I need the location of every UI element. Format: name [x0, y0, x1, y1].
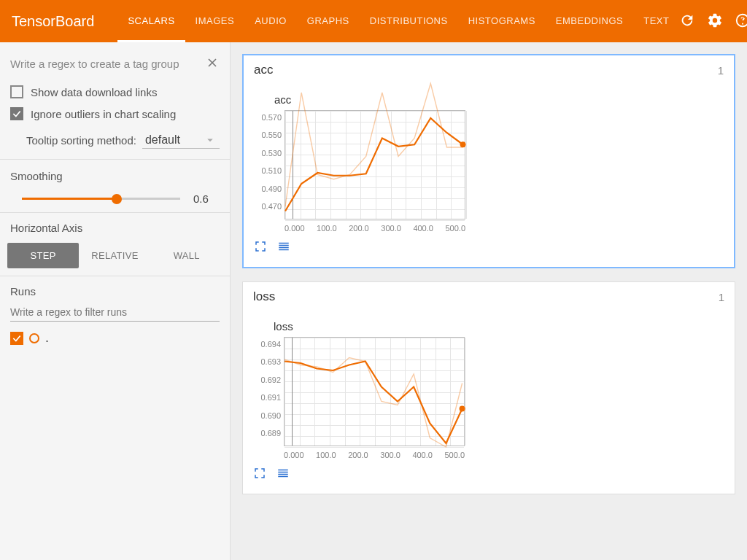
tab-graphs[interactable]: GRAPHS — [297, 0, 360, 42]
plot-area[interactable] — [285, 110, 465, 219]
tab-audio[interactable]: AUDIO — [244, 0, 297, 42]
haxis-wall-button[interactable]: WALL — [151, 243, 222, 268]
expand-icon[interactable] — [254, 240, 267, 255]
svg-rect-4 — [279, 249, 289, 251]
svg-point-0 — [460, 141, 466, 147]
clear-tag-group-icon[interactable] — [205, 55, 220, 72]
refresh-icon[interactable] — [679, 12, 695, 31]
svg-rect-9 — [278, 476, 288, 478]
tab-scalars[interactable]: SCALARS — [117, 0, 185, 42]
show-download-links-checkbox[interactable]: Show data download links — [7, 81, 222, 103]
tag-name: loss — [253, 289, 275, 304]
checkbox-icon — [10, 332, 23, 345]
list-icon[interactable] — [277, 240, 290, 255]
checkbox-icon — [10, 85, 23, 98]
runs-filter-input[interactable] — [10, 303, 220, 322]
top-tabs: SCALARSIMAGESAUDIOGRAPHSDISTRIBUTIONSHIS… — [117, 0, 679, 42]
plot-area[interactable] — [284, 337, 465, 446]
settings-icon[interactable] — [707, 12, 723, 31]
tag-name: acc — [254, 63, 273, 77]
svg-rect-6 — [278, 470, 288, 471]
svg-rect-8 — [278, 474, 288, 475]
expand-icon[interactable] — [253, 467, 266, 482]
topbar: TensorBoard SCALARSIMAGESAUDIOGRAPHSDIST… — [0, 0, 747, 42]
horizontal-axis-label: Horizontal Axis — [7, 220, 222, 243]
x-axis: 0.000100.0200.0300.0400.0500.0 — [285, 219, 465, 233]
tag-card-loss: loss 1 loss 0.6940.6930.6920.6910.6900.6… — [242, 281, 735, 494]
chevron-down-icon — [204, 133, 217, 147]
haxis-step-button[interactable]: STEP — [7, 243, 79, 268]
svg-rect-3 — [279, 247, 289, 249]
tag-group-input-placeholder[interactable]: Write a regex to create a tag group — [10, 58, 199, 70]
chart-title: loss — [274, 320, 724, 332]
runs-label: Runs — [7, 284, 222, 303]
checkbox-label: Ignore outliers in chart scaling — [31, 108, 176, 120]
run-color-swatch — [29, 333, 39, 343]
tag-header[interactable]: loss 1 — [243, 282, 735, 311]
svg-point-5 — [460, 406, 465, 412]
help-icon[interactable] — [735, 12, 747, 31]
smoothing-value: 0.6 — [193, 192, 220, 205]
list-icon[interactable] — [276, 467, 290, 482]
logo: TensorBoard — [12, 13, 94, 30]
tag-header[interactable]: acc 1 — [244, 55, 734, 85]
tab-embeddings[interactable]: EMBEDDINGS — [546, 0, 633, 42]
checkbox-icon — [10, 107, 23, 120]
run-name: . — [45, 330, 49, 346]
run-row[interactable]: . — [7, 322, 222, 349]
tab-text[interactable]: TEXT — [633, 0, 679, 42]
tab-histograms[interactable]: HISTOGRAMS — [458, 0, 546, 42]
main-content: acc 1 acc 0.5700.5500.5300.5100.4900.470… — [231, 42, 747, 560]
smoothing-slider[interactable] — [22, 198, 180, 200]
tag-count: 1 — [718, 64, 724, 77]
checkbox-label: Show data download links — [31, 86, 157, 98]
horizontal-axis-buttons: STEPRELATIVEWALL — [7, 243, 222, 268]
chart-title: acc — [274, 93, 724, 106]
svg-rect-1 — [279, 243, 289, 244]
haxis-relative-button[interactable]: RELATIVE — [79, 243, 150, 268]
tooltip-sort-label: Tooltip sorting method: — [26, 134, 136, 147]
svg-rect-2 — [279, 245, 289, 246]
tag-card-acc: acc 1 acc 0.5700.5500.5300.5100.4900.470… — [242, 54, 735, 268]
ignore-outliers-checkbox[interactable]: Ignore outliers in chart scaling — [7, 103, 222, 125]
y-axis: 0.5700.5500.5300.5100.4900.470 — [254, 110, 285, 219]
tag-count: 1 — [719, 291, 724, 303]
svg-rect-7 — [278, 472, 288, 473]
sidebar: Write a regex to create a tag group Show… — [0, 42, 231, 560]
tab-distributions[interactable]: DISTRIBUTIONS — [360, 0, 458, 42]
tag-group-input-row: Write a regex to create a tag group — [7, 50, 222, 81]
tooltip-sort-select[interactable]: default — [142, 132, 220, 149]
tab-images[interactable]: IMAGES — [185, 0, 245, 42]
y-axis: 0.6940.6930.6920.6910.6900.689 — [253, 337, 284, 446]
x-axis: 0.000100.0200.0300.0400.0500.0 — [284, 446, 465, 459]
smoothing-label: Smoothing — [7, 167, 222, 192]
